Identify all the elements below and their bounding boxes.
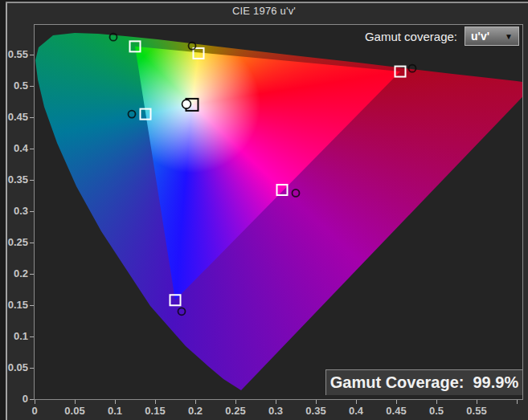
x-tick xyxy=(235,400,236,404)
y-tick xyxy=(30,180,34,181)
gamut-coverage-select[interactable]: u'v' ▼ xyxy=(465,27,519,46)
panel-border-top xyxy=(6,2,528,3)
x-tick xyxy=(316,400,317,404)
y-tick-label: 0.45 xyxy=(0,111,28,123)
y-tick-label: 0.15 xyxy=(0,299,28,311)
x-tick-label: 0.4 xyxy=(342,405,370,417)
x-tick xyxy=(115,400,116,404)
y-tick-label: 0.4 xyxy=(0,142,28,154)
y-tick xyxy=(30,336,34,337)
x-tick xyxy=(396,400,397,404)
x-tick xyxy=(517,400,518,404)
measured-marker-red xyxy=(409,65,416,72)
x-tick-label: 0.2 xyxy=(182,405,209,417)
target-marker-magenta xyxy=(277,185,288,195)
measured-marker-white xyxy=(182,100,191,108)
x-tick-label: 0.05 xyxy=(61,405,88,417)
y-tick-label: 0.5 xyxy=(0,80,28,92)
x-tick-label: 0.1 xyxy=(101,405,129,417)
gamut-coverage-readout: Gamut Coverage: 99.9% xyxy=(325,369,522,395)
y-tick-label: 0.35 xyxy=(0,173,28,186)
measured-marker-yellow xyxy=(189,43,196,50)
target-marker-yellow xyxy=(194,48,204,59)
x-tick-label: 0.25 xyxy=(222,405,249,417)
x-tick xyxy=(195,400,196,404)
y-tick-label: 0.05 xyxy=(0,361,28,373)
y-tick xyxy=(30,305,34,306)
x-tick-label: 0.3 xyxy=(262,405,289,417)
measured-marker-blue xyxy=(178,308,186,315)
y-tick xyxy=(30,117,34,118)
y-tick xyxy=(30,55,34,55)
cie-chart-widget: CIE 1976 u'v' Gamut coverage: u'v' ▼ Gam… xyxy=(0,0,528,420)
x-tick-label: 0.5 xyxy=(423,405,450,417)
x-tick xyxy=(477,400,477,404)
gamut-coverage-readout-value: 99.9% xyxy=(473,373,519,392)
x-tick-label: 0 xyxy=(21,405,48,417)
y-tick-label: 0.3 xyxy=(0,205,28,217)
y-tick-label: 0.25 xyxy=(0,236,28,248)
y-tick-label: 0 xyxy=(0,393,28,405)
y-tick xyxy=(30,149,34,149)
y-tick xyxy=(30,86,34,87)
chart-title: CIE 1976 u'v' xyxy=(0,5,528,17)
y-tick xyxy=(30,274,34,275)
chromaticity-plot-area: Gamut coverage: u'v' ▼ Gamut Coverage: 9… xyxy=(34,24,523,400)
x-tick xyxy=(276,400,276,404)
x-tick-label: 0.55 xyxy=(463,405,490,417)
y-tick xyxy=(30,243,34,243)
gamut-coverage-dropdown-label: Gamut coverage: xyxy=(365,30,457,43)
target-marker-blue xyxy=(170,295,181,305)
y-tick xyxy=(30,399,34,400)
gamut-coverage-readout-label: Gamut Coverage: xyxy=(330,373,465,392)
target-marker-green xyxy=(130,41,141,51)
x-tick-label: 0.35 xyxy=(302,405,329,417)
measured-marker-magenta xyxy=(293,190,300,197)
chevron-down-icon: ▼ xyxy=(505,32,513,41)
y-tick xyxy=(30,368,34,369)
gamut-coverage-selected-value: u'v' xyxy=(471,30,489,43)
x-tick xyxy=(35,400,35,404)
x-tick xyxy=(155,400,156,404)
measured-marker-cyan xyxy=(129,111,136,118)
y-tick-label: 0.1 xyxy=(0,330,28,342)
x-tick xyxy=(75,400,76,404)
measurement-markers xyxy=(35,25,522,399)
x-tick-label: 0.45 xyxy=(383,405,410,417)
measured-marker-green xyxy=(110,34,117,41)
y-tick-label: 0.55 xyxy=(0,48,28,60)
target-marker-red xyxy=(395,67,406,77)
target-marker-cyan xyxy=(141,109,151,120)
x-tick-label: 0.15 xyxy=(141,405,169,417)
x-tick xyxy=(436,400,437,404)
x-tick xyxy=(356,400,357,404)
y-tick xyxy=(30,211,34,212)
y-tick-label: 0.2 xyxy=(0,267,28,279)
